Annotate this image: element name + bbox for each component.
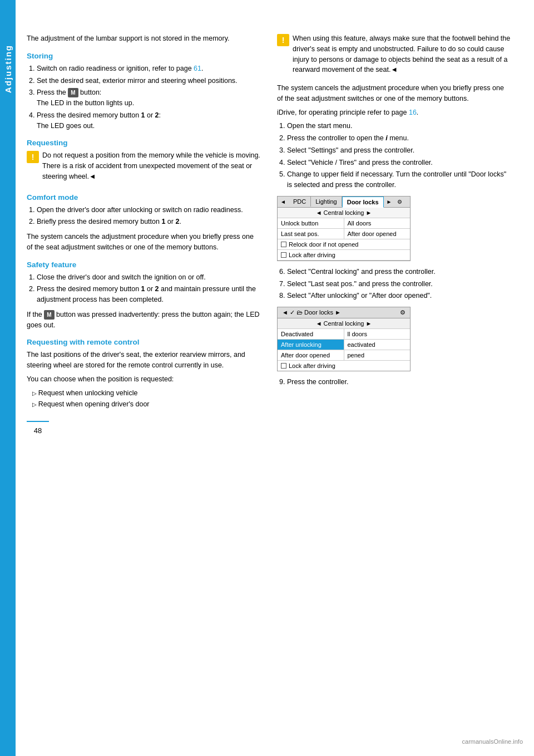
- requesting-remote-intro: The last positions of the driver's seat,…: [27, 350, 260, 371]
- right-steps-continued: Select "Central locking" and press the c…: [287, 267, 511, 301]
- right-step-9: Press the controller.: [287, 377, 511, 387]
- screen1-row-2: Last seat pos. After door opened: [278, 229, 410, 239]
- right-step-8: Select "After unlocking" or "After door …: [287, 291, 511, 301]
- right-step-4: Select "Vehicle / Tires" and press the c…: [287, 158, 511, 168]
- right-step-2: Press the controller to open the i menu.: [287, 133, 511, 144]
- screen2-header: ◄ ✓ 🗁 Door locks ► ⚙: [278, 307, 410, 318]
- remote-list-item-1: Request when unlocking vehicle: [32, 388, 260, 399]
- screen1-subheader: ◄ Central locking ►: [278, 208, 410, 218]
- screen1-cell-lastseat-value: After door opened: [344, 229, 411, 239]
- requesting-warning-text: Do not request a position from the memor…: [42, 150, 260, 181]
- screen1-checkbox-label-2: Lock after driving: [289, 252, 335, 258]
- screen1-tab-doorlocks[interactable]: Door locks: [342, 197, 384, 208]
- screen1-row-1: Unlock button All doors: [278, 218, 410, 229]
- screen2-row-1: Deactivated ll doors: [278, 329, 410, 340]
- screen2-row-3: After door opened pened: [278, 350, 410, 361]
- side-tab: Adjusting: [0, 0, 16, 756]
- storing-page-link[interactable]: 61: [194, 65, 201, 72]
- screen2-checkbox-icon[interactable]: [281, 363, 286, 369]
- screen1-tab-lighting[interactable]: Lighting: [311, 197, 342, 207]
- watermark: carmanualsOnline.info: [462, 738, 523, 745]
- right-warning-text: When using this feature, always make sur…: [293, 33, 511, 75]
- screen2-eactivated: eactivated: [344, 340, 411, 350]
- right-steps: Open the start menu. Press the controlle…: [287, 121, 511, 190]
- screen1-tab-pdc[interactable]: PDC: [289, 197, 311, 207]
- screen1-tab-row: ◄ PDC Lighting Door locks ► ⚙: [278, 197, 410, 208]
- comfort-step-1: Open the driver's door after unlocking o…: [37, 205, 260, 215]
- right-warning-box: ! When using this feature, always make s…: [277, 33, 511, 78]
- screen1-checkbox-2: Lock after driving: [278, 250, 410, 261]
- m-button-icon: M: [68, 88, 78, 97]
- screen2-mockup: ◄ ✓ 🗁 Door locks ► ⚙ ◄ Central locking ►…: [277, 307, 411, 371]
- screen1-checkbox-1: Relock door if not opened: [278, 239, 410, 250]
- screen1-checkbox-icon-1[interactable]: [281, 242, 286, 247]
- system-note: The system cancels the adjustment proced…: [277, 83, 511, 104]
- storing-step-4: Press the desired memory button 1 or 2:T…: [37, 110, 260, 131]
- comfort-note: The system cancels the adjustment proced…: [27, 232, 260, 253]
- screen1-checkbox-icon-2[interactable]: [281, 252, 286, 258]
- screen2-row-2: After unlocking eactivated: [278, 340, 410, 350]
- idrive-page-link[interactable]: 16: [409, 109, 417, 116]
- screen1-cell-unlock-label: Unlock button: [278, 218, 344, 228]
- screen2-settings-icon: ⚙: [400, 309, 406, 316]
- screen1-settings-icon: ⚙: [394, 197, 405, 207]
- requesting-remote-note: You can choose when the position is requ…: [27, 374, 260, 385]
- screen2-back-check: ◄ ✓ 🗁 Door locks ►: [282, 309, 341, 316]
- safety-feature-title: Safety feature: [27, 261, 260, 269]
- right-step-7: Select "Last seat pos." and press the co…: [287, 279, 511, 289]
- storing-title: Storing: [27, 52, 260, 60]
- idrive-note: iDrive, for operating principle refer to…: [277, 107, 511, 118]
- safety-note: If the M button was pressed inadvertentl…: [27, 310, 260, 331]
- side-tab-label: Adjusting: [3, 45, 13, 93]
- requesting-remote-title: Requesting with remote control: [27, 338, 260, 346]
- requesting-title: Requesting: [27, 139, 260, 147]
- screen2-after-unlocking[interactable]: After unlocking: [278, 340, 344, 350]
- comfort-mode-steps: Open the driver's door after unlocking o…: [37, 205, 260, 228]
- comfort-mode-title: Comfort mode: [27, 193, 260, 202]
- right-warning-icon: !: [277, 34, 289, 46]
- right-step-1: Open the start menu.: [287, 121, 511, 131]
- screen2-subheader: ◄ Central locking ►: [278, 318, 410, 329]
- screen2-ll-doors: ll doors: [344, 329, 411, 339]
- right-step-9-list: Press the controller.: [287, 377, 511, 387]
- page-container: Adjusting The adjustment of the lumbar s…: [0, 0, 534, 756]
- screen2-checkbox-label: Lock after driving: [289, 362, 335, 369]
- screen1-right-arrow: ►: [384, 197, 395, 207]
- left-column: The adjustment of the lumbar support is …: [27, 33, 260, 723]
- requesting-remote-list: Request when unlocking vehicle Request w…: [32, 388, 260, 410]
- screen1-cell-lastseat-label: Last seat pos.: [278, 229, 344, 239]
- warning-icon: !: [27, 151, 39, 163]
- screen2-after-door-opened[interactable]: After door opened: [278, 350, 344, 360]
- right-step-3: Select "Settings" and press the controll…: [287, 145, 511, 156]
- intro-text: The adjustment of the lumbar support is …: [27, 33, 260, 44]
- screen1-cell-unlock-value: All doors: [344, 218, 411, 228]
- safety-step-2: Press the desired memory button 1 or 2 a…: [37, 284, 260, 305]
- storing-step-2: Set the desired seat, exterior mirror an…: [37, 76, 260, 86]
- storing-steps: Switch on radio readiness or ignition, r…: [37, 63, 260, 131]
- content-area: The adjustment of the lumbar support is …: [16, 0, 534, 756]
- m-button-icon-2: M: [44, 310, 54, 320]
- screen1-mockup: ◄ PDC Lighting Door locks ► ⚙ ◄ Central …: [277, 196, 411, 261]
- page-number: 48: [27, 421, 49, 435]
- screen2-checkbox: Lock after driving: [278, 361, 410, 371]
- remote-list-item-2: Request when opening driver's door: [32, 399, 260, 410]
- comfort-step-2: Briefly press the desired memory button …: [37, 217, 260, 227]
- screen1-left-arrow: ◄: [278, 197, 289, 207]
- screen2-deactivated[interactable]: Deactivated: [278, 329, 344, 339]
- right-column: ! When using this feature, always make s…: [277, 33, 511, 723]
- storing-step-1: Switch on radio readiness or ignition, r…: [37, 63, 260, 74]
- safety-feature-steps: Close the driver's door and switch the i…: [37, 272, 260, 305]
- screen2-pened: pened: [344, 350, 411, 360]
- requesting-warning-box: ! Do not request a position from the mem…: [27, 150, 260, 185]
- right-step-5: Change to upper field if necessary. Turn…: [287, 169, 511, 190]
- screen1-checkbox-label-1: Relock door if not opened: [289, 241, 358, 248]
- right-step-6: Select "Central locking" and press the c…: [287, 267, 511, 277]
- storing-step-3: Press the M button:The LED in the button…: [37, 87, 260, 109]
- safety-step-1: Close the driver's door and switch the i…: [37, 272, 260, 283]
